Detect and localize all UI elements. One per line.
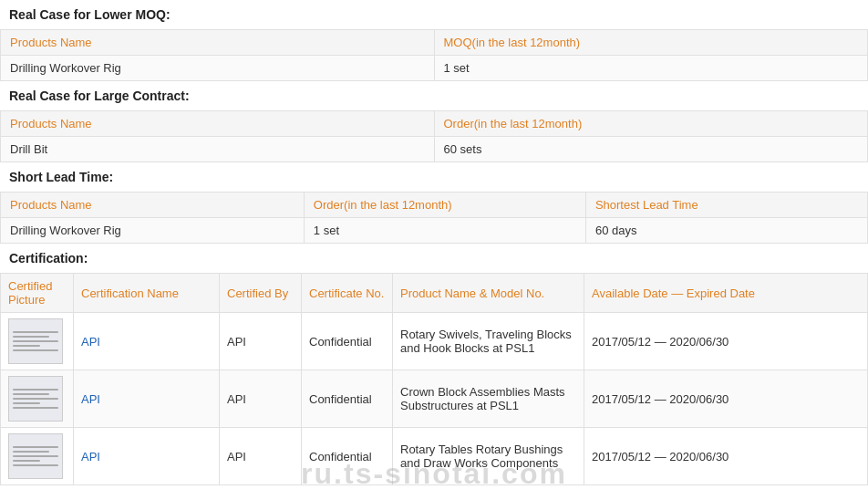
cert-product-cell: Rotary Swivels, Traveling Blocks and Hoo… [393, 313, 584, 370]
large-contract-table: Products Name Order(in the last 12month)… [0, 110, 868, 162]
short-lead-col1-header: Products Name [1, 193, 305, 218]
certification-title: Certification: [0, 244, 868, 273]
certification-table: Certified Picture Certification Name Cer… [0, 273, 868, 485]
table-row: APIAPIConfidentialCrown Block Assemblies… [1, 370, 868, 428]
large-contract-col1-header: Products Name [1, 111, 435, 137]
cert-col-no-header: Certificate No. [302, 274, 393, 313]
cert-by-cell: API [220, 428, 302, 485]
short-lead-row1-col2: 1 set [304, 218, 585, 244]
cert-no-cell: Confidential [302, 313, 393, 370]
cert-col-product-header: Product Name & Model No. [393, 274, 584, 313]
cert-product-cell: Rotary Tables Rotary Bushings and Draw W… [393, 428, 584, 485]
cert-by-cell: API [220, 313, 302, 370]
cert-no-cell: Confidential [302, 428, 393, 485]
table-row: APIAPIConfidentialRotary Swivels, Travel… [1, 313, 868, 370]
short-lead-section: Short Lead Time: Products Name Order(in … [0, 162, 868, 244]
table-row: APIAPIConfidentialRotary Tables Rotary B… [1, 428, 868, 485]
large-contract-row1-col1: Drill Bit [1, 137, 435, 162]
cert-picture-cell [1, 313, 74, 370]
lower-moq-row1-col2: 1 set [434, 56, 868, 81]
table-row: Drill Bit 60 sets [1, 137, 868, 162]
large-contract-row1-col2: 60 sets [434, 137, 868, 162]
cert-date-cell: 2017/05/12 — 2020/06/30 [584, 370, 868, 428]
short-lead-row1-col1: Drilling Workover Rig [1, 218, 305, 244]
lower-moq-col2-header: MOQ(in the last 12month) [434, 30, 868, 56]
cert-date-cell: 2017/05/12 — 2020/06/30 [584, 313, 868, 370]
page-wrapper: Real Case for Lower MOQ: Products Name M… [0, 0, 868, 485]
cert-name-cell[interactable]: API [74, 428, 220, 485]
cert-col-date-header: Available Date — Expired Date [584, 274, 868, 313]
large-contract-section: Real Case for Large Contract: Products N… [0, 81, 868, 162]
short-lead-col2-header: Order(in the last 12month) [304, 193, 585, 218]
lower-moq-table: Products Name MOQ(in the last 12month) D… [0, 29, 868, 81]
cert-col-picture-header: Certified Picture [1, 274, 74, 313]
short-lead-header-row: Products Name Order(in the last 12month)… [1, 193, 868, 218]
cert-col-by-header: Certified By [220, 274, 302, 313]
cert-picture-cell [1, 370, 74, 428]
large-contract-title: Real Case for Large Contract: [0, 81, 868, 110]
large-contract-header-row: Products Name Order(in the last 12month) [1, 111, 868, 137]
lower-moq-section: Real Case for Lower MOQ: Products Name M… [0, 0, 868, 81]
cert-date-cell: 2017/05/12 — 2020/06/30 [584, 428, 868, 485]
cert-header-row: Certified Picture Certification Name Cer… [1, 274, 868, 313]
lower-moq-header-row: Products Name MOQ(in the last 12month) [1, 30, 868, 56]
cert-col-name-header: Certification Name [74, 274, 220, 313]
lower-moq-col1-header: Products Name [1, 30, 435, 56]
short-lead-row1-col3: 60 days [585, 218, 867, 244]
cert-picture-cell [1, 428, 74, 485]
table-row: Drilling Workover Rig 1 set [1, 56, 868, 81]
certification-section: Certification: Certified Picture Certifi… [0, 244, 868, 485]
cert-name-cell[interactable]: API [74, 370, 220, 428]
short-lead-col3-header: Shortest Lead Time [585, 193, 867, 218]
cert-by-cell: API [220, 370, 302, 428]
cert-no-cell: Confidential [302, 370, 393, 428]
lower-moq-row1-col1: Drilling Workover Rig [1, 56, 435, 81]
cert-product-cell: Crown Block Assemblies Masts Substructur… [393, 370, 584, 428]
table-row: Drilling Workover Rig 1 set 60 days [1, 218, 868, 244]
large-contract-col2-header: Order(in the last 12month) [434, 111, 868, 137]
cert-name-cell[interactable]: API [74, 313, 220, 370]
lower-moq-title: Real Case for Lower MOQ: [0, 0, 868, 29]
short-lead-table: Products Name Order(in the last 12month)… [0, 192, 868, 244]
short-lead-title: Short Lead Time: [0, 162, 868, 192]
